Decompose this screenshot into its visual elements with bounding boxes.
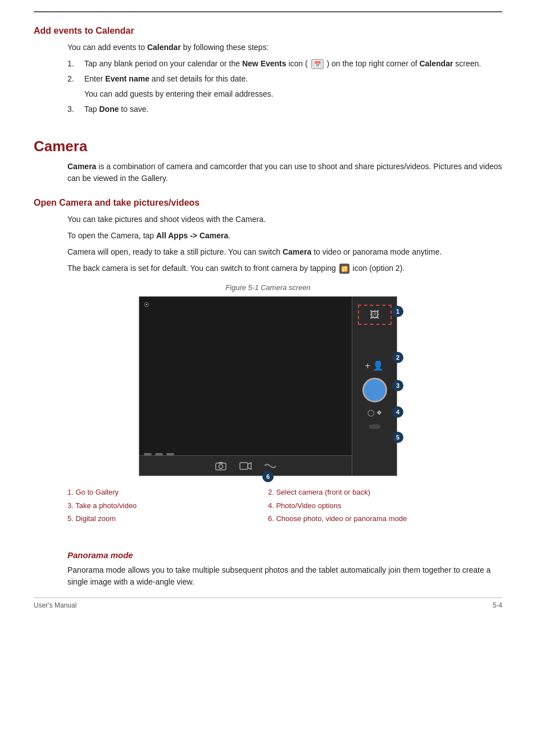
page-content: Add events to Calendar You can add event… xyxy=(0,0,536,615)
shutter-button[interactable] xyxy=(362,378,387,402)
camera-legend: 1. Go to Gallery 3. Take a photo/video 5… xyxy=(67,487,469,527)
camera-heading: Camera xyxy=(34,138,502,155)
panorama-section: Panorama mode Panorama mode allows you t… xyxy=(34,550,502,588)
open-camera-section: Open Camera and take pictures/videos You… xyxy=(34,198,502,527)
indicator-2 xyxy=(155,453,163,455)
step-2: 2. Enter Event name and set details for … xyxy=(67,73,502,85)
camera-panel-controls: + 👤 ◯ ❖ xyxy=(362,325,387,464)
camera-top-indicator: ☉ xyxy=(144,301,149,309)
indicator-3 xyxy=(166,453,174,455)
camera-settings-row: ◯ ❖ xyxy=(367,409,382,417)
open-camera-para4: The back camera is set for default. You … xyxy=(67,262,502,274)
legend-col-left: 1. Go to Gallery 3. Take a photo/video 5… xyxy=(67,487,268,527)
legend-item-1: 1. Go to Gallery xyxy=(67,487,268,498)
add-events-section: Add events to Calendar You can add event… xyxy=(34,26,502,115)
bottom-indicators xyxy=(144,453,174,455)
panorama-desc: Panorama mode allows you to take multipl… xyxy=(67,564,502,588)
camera-switch-icon: 🔁 xyxy=(339,264,349,274)
panorama-heading: Panorama mode xyxy=(67,550,502,560)
step-1-num: 1. xyxy=(67,58,84,70)
callout-5: 5 xyxy=(392,432,403,443)
callout-1: 1 xyxy=(392,306,403,317)
step-2-num: 2. xyxy=(67,73,84,85)
add-events-list: 1. Tap any blank period on your calendar… xyxy=(67,58,502,115)
step-3-num: 3. xyxy=(67,103,84,115)
legend-item-4: 4. Photo/Video options xyxy=(268,500,469,511)
legend-item-3: 3. Take a photo/video xyxy=(67,500,268,511)
camera-desc: Camera is a combination of camera and ca… xyxy=(67,161,502,184)
add-events-intro: You can add events to Calendar by follow… xyxy=(67,42,502,53)
camera-plus-face-row: + 👤 xyxy=(365,360,384,371)
video-mode-icon xyxy=(238,460,253,472)
svg-rect-2 xyxy=(219,462,223,464)
gallery-dashed-box: 🖼 xyxy=(358,305,392,325)
camera-bottom-bar xyxy=(139,455,352,476)
gallery-icon: 🖼 xyxy=(370,309,380,321)
callout-4: 4 xyxy=(392,406,403,418)
step-1-content: Tap any blank period on your calendar or… xyxy=(84,58,502,70)
camera-screen: ☉ 🖼 + 👤 xyxy=(139,296,397,476)
zoom-indicator xyxy=(369,424,380,429)
legend-item-2: 2. Select camera (front or back) xyxy=(268,487,469,498)
step-2-subpara: You can add guests by entering their ema… xyxy=(84,88,502,100)
top-border xyxy=(34,11,502,12)
camera-right-panel: 🖼 + 👤 ◯ ❖ xyxy=(352,297,397,476)
legend-item-5: 5. Digital zoom xyxy=(67,513,268,524)
camera-figure: Figure 5-1 Camera screen ☉ 🖼 xyxy=(34,283,502,478)
callout-6: 6 xyxy=(262,471,274,482)
plus-icon: + xyxy=(365,361,370,371)
svg-rect-3 xyxy=(240,463,248,469)
step-3-content: Tap Done to save. xyxy=(84,103,502,115)
add-events-heading: Add events to Calendar xyxy=(34,26,502,36)
step-2-content: Enter Event name and set details for thi… xyxy=(84,73,502,85)
open-camera-heading: Open Camera and take pictures/videos xyxy=(34,198,502,208)
callout-3: 3 xyxy=(392,380,403,391)
open-camera-para1: You can take pictures and shoot videos w… xyxy=(67,214,502,225)
open-camera-para3: Camera will open, ready to take a still … xyxy=(67,246,502,258)
legend-item-6: 6. Choose photo, video or panorama mode xyxy=(268,513,469,524)
face-icon: 👤 xyxy=(373,360,384,371)
callout-2: 2 xyxy=(392,352,403,363)
footer-left: User's Manual xyxy=(34,601,76,609)
open-camera-para2: To open the Camera, tap All Apps -> Came… xyxy=(67,230,502,242)
settings-icon: ❖ xyxy=(376,409,382,417)
page-footer: User's Manual 5-4 xyxy=(34,597,502,609)
indicator-1 xyxy=(144,453,152,455)
svg-marker-4 xyxy=(248,463,251,469)
camera-section: Camera Camera is a combination of camera… xyxy=(34,138,502,184)
legend-col-right: 2. Select camera (front or back) 4. Phot… xyxy=(268,487,469,527)
photo-mode-icon xyxy=(214,460,228,472)
figure-caption: Figure 5-1 Camera screen xyxy=(34,283,502,292)
step-3: 3. Tap Done to save. xyxy=(67,103,502,115)
step-1: 1. Tap any blank period on your calendar… xyxy=(67,58,502,70)
svg-point-1 xyxy=(219,464,223,468)
footer-right: 5-4 xyxy=(493,601,502,609)
circle-small-icon: ◯ xyxy=(367,409,374,417)
panorama-mode-icon xyxy=(263,460,278,472)
new-events-icon: 📅 xyxy=(311,59,324,69)
